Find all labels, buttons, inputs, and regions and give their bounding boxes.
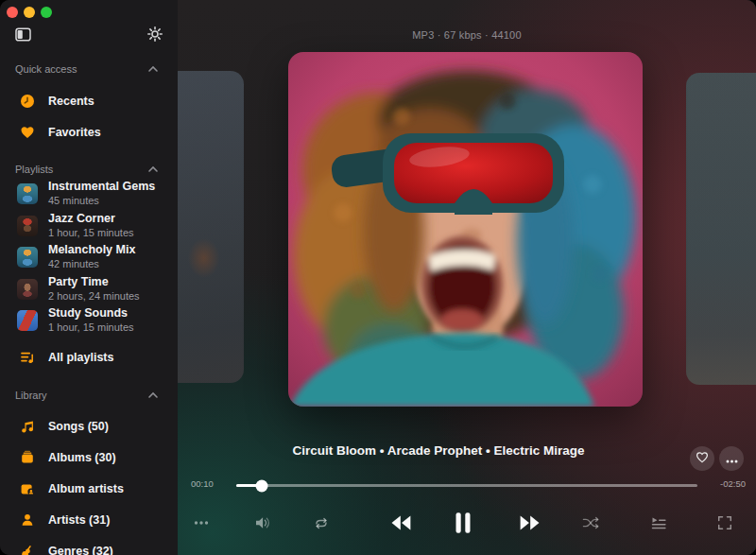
playlist-art (17, 183, 38, 204)
sidebar-item-songs[interactable]: Songs (50) (0, 410, 178, 442)
sidebar-item-label: Album artists (48, 482, 124, 495)
chevron-up-icon[interactable] (147, 63, 159, 75)
album-art[interactable] (288, 52, 643, 407)
settings-gear-icon[interactable] (147, 26, 163, 45)
playlist-title: Party Time (48, 275, 140, 288)
playlist-title: Study Sounds (48, 306, 134, 320)
playlist-duration: 2 hours, 24 minutes (48, 290, 140, 303)
playlist-item[interactable]: Study Sounds 1 hour, 15 minutes (0, 304, 178, 336)
sidebar-item-label: Recents (48, 95, 94, 108)
sidebar-item-favorites[interactable]: Favorites (0, 116, 178, 147)
section-playlists[interactable]: Playlists (0, 160, 178, 179)
music-note-icon (17, 419, 38, 434)
playlist-art (17, 310, 38, 331)
traffic-lights (7, 7, 52, 18)
remaining-time: -02:50 (720, 478, 746, 489)
album-artist-icon (17, 481, 38, 496)
playlist-item[interactable]: Instrumental Gems 45 minutes (0, 178, 178, 209)
next-album-art[interactable] (686, 73, 756, 385)
playlist-title: Jazz Corner (48, 212, 134, 225)
sidebar-item-albums[interactable]: Albums (30) (0, 442, 178, 473)
sidebar-item-label: Artists (31) (48, 513, 110, 527)
playlist-art (17, 279, 38, 300)
sidebar-item-album-artists[interactable]: Album artists (0, 473, 178, 504)
pause-button[interactable] (455, 512, 472, 534)
fullscreen-icon[interactable] (718, 516, 732, 530)
volume-icon[interactable] (254, 515, 272, 531)
playlist-art (17, 247, 38, 268)
playlist-list-icon (17, 350, 38, 365)
playlist-duration: 42 minutes (48, 258, 135, 270)
artist-icon (17, 512, 38, 528)
section-library[interactable]: Library (0, 386, 178, 405)
sidebar-item-artists[interactable]: Artists (31) (0, 504, 178, 535)
playback-more-button[interactable] (195, 521, 209, 525)
repeat-icon[interactable] (314, 514, 330, 531)
sidebar-header (0, 25, 178, 47)
sidebar-item-label: Albums (30) (48, 451, 116, 464)
favorite-button[interactable] (690, 446, 714, 471)
playlist-duration: 1 hour, 15 minutes (48, 321, 134, 334)
playlist-title: Instrumental Gems (48, 180, 155, 193)
sidebar-item-genres[interactable]: Genres (32) (0, 535, 178, 555)
player-main: MP3 · 67 kbps · 44100 (178, 0, 756, 555)
section-quick-access[interactable]: Quick access (0, 60, 178, 78)
sidebar-item-label: Songs (50) (48, 420, 109, 433)
sidebar-item-label: Genres (32) (48, 545, 113, 555)
playlist-duration: 1 hour, 15 minutes (48, 227, 134, 239)
sidebar-item-label: Favorites (48, 126, 101, 139)
playlist-title: Melancholy Mix (48, 243, 135, 256)
section-label: Quick access (15, 63, 77, 75)
minimize-button[interactable] (24, 7, 35, 18)
previous-track-button[interactable] (389, 514, 413, 532)
zoom-button[interactable] (41, 7, 52, 18)
section-label: Library (15, 390, 47, 401)
sidebar-item-label: All playlists (48, 351, 113, 364)
shuffle-icon[interactable] (582, 515, 600, 531)
playlist-item[interactable]: Melancholy Mix 42 minutes (0, 241, 178, 272)
track-more-button[interactable] (719, 446, 744, 471)
sidebar-item-recents[interactable]: Recents (0, 85, 178, 116)
app-window: Quick access Recents Favorites Playlists… (0, 0, 756, 555)
sidebar-toggle-icon[interactable] (15, 27, 31, 45)
stream-info: MP3 · 67 kbps · 44100 (178, 29, 756, 41)
genres-icon (17, 544, 38, 555)
previous-album-art[interactable] (178, 71, 244, 383)
elapsed-time: 00:10 (191, 478, 214, 489)
queue-icon[interactable] (651, 515, 667, 530)
playlist-art (17, 216, 38, 236)
playlist-item[interactable]: Party Time 2 hours, 24 minutes (0, 273, 178, 304)
section-label: Playlists (15, 164, 53, 175)
albums-icon (17, 450, 38, 465)
playlist-item[interactable]: Jazz Corner 1 hour, 15 minutes (0, 210, 178, 241)
seek-handle[interactable] (256, 479, 268, 492)
sidebar: Quick access Recents Favorites Playlists… (0, 0, 178, 555)
seek-bar[interactable] (236, 484, 697, 487)
now-playing-title: Circuit Bloom • Arcade Prophet • Electri… (178, 443, 699, 458)
heart-icon (17, 125, 38, 140)
playlist-duration: 45 minutes (48, 195, 155, 207)
heart-outline-icon (696, 450, 709, 467)
chevron-up-icon[interactable] (147, 390, 159, 401)
next-track-button[interactable] (519, 514, 542, 532)
sidebar-item-all-playlists[interactable]: All playlists (0, 341, 178, 373)
chevron-up-icon[interactable] (147, 164, 159, 175)
ellipsis-icon (726, 450, 738, 467)
clock-icon (17, 94, 38, 109)
close-button[interactable] (7, 7, 18, 18)
